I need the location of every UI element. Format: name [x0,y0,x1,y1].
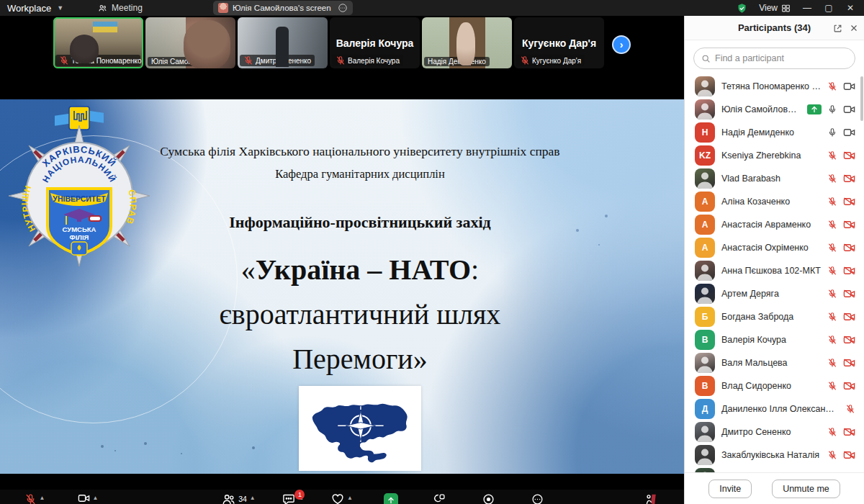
chat-button[interactable]: ▲1Chat [274,490,312,504]
invite-button[interactable]: Invite [708,480,752,498]
more-button[interactable]: More [519,490,557,504]
mic-on-icon [827,127,837,138]
camera-off-icon [843,266,855,276]
muted-mic-icon [520,55,530,66]
close-panel-icon[interactable] [850,24,858,32]
workplace-menu[interactable]: Workplace ▼ [0,3,63,14]
tile-name-label: Юлія Самойлова [148,57,212,66]
security-shield-icon[interactable] [737,3,747,14]
mic-muted-icon [827,335,837,345]
slide-event-type: Інформаційно-просвітницький захід [229,213,490,232]
maximize-button[interactable]: ▢ [824,3,834,13]
close-button[interactable]: ✕ [845,3,855,13]
titlebar: Workplace ▼ Meeting Юлія Самойлова's scr… [0,0,864,16]
tile-name-label: Надія Демиденко [424,57,490,66]
participant-row[interactable]: Валя Мальцева [685,351,864,374]
avatar [695,76,715,96]
react-button[interactable]: ▲React [323,490,361,504]
participant-name: Валя Мальцева [721,358,821,368]
participant-row[interactable]: Юлія Самойлова (Host) [685,98,864,121]
camera-off-icon [843,197,855,207]
participant-name: Закаблуківська Наталія [721,450,821,460]
tile-name-label: Дмитро Сененко [240,55,315,66]
camera-off-icon [843,450,855,460]
avatar: В [695,330,715,350]
share-button[interactable]: Share [372,490,410,504]
unmute-me-button[interactable]: Unmute me [772,480,840,498]
participant-row[interactable]: Закаблуківська Наталія [685,444,864,467]
participant-row[interactable]: Дмитро Сененко [685,420,864,444]
participant-row[interactable]: ААліна Козаченко [685,190,864,213]
camera-off-icon [843,289,855,299]
cam-on-icon [78,493,90,503]
video-tile[interactable]: Дмитро Сененко [238,17,328,68]
meeting-window: Workplace ▼ Meeting Юлія Самойлова's scr… [0,0,864,504]
next-videos-button[interactable]: › [612,35,631,54]
mic-muted-icon [827,243,837,253]
tab-options-icon[interactable] [338,3,348,13]
heart-icon [331,493,344,504]
record-button[interactable]: Record [470,490,508,504]
tile-name-label: Валерія Кочура [332,55,403,66]
tile-name-label: Тетяна Пономаренко [55,55,140,66]
video-tile[interactable]: Надія Демиденко [422,17,512,68]
chevron-up-icon[interactable]: ▲ [93,495,99,501]
avatar [695,468,715,472]
participant-row[interactable]: ННадія Демиденко [685,121,864,144]
participant-row[interactable]: KZKseniya Zherebkina [685,144,864,167]
participant-row[interactable]: ББогдана Заброда [685,305,864,328]
tab-meeting-label: Meeting [112,3,143,13]
muted-mic-icon [243,55,253,66]
avatar [695,445,715,465]
video-strip: Тетяна ПономаренкоЮлія СамойловаДмитро С… [0,16,684,72]
participant-row[interactable]: ДДаниленко Ілля Олександрович [685,397,864,420]
audio-button[interactable]: ▲Audio [16,490,53,504]
view-button[interactable]: View [759,3,791,13]
muted-mic-icon [59,55,69,66]
video-tile[interactable]: Юлія Самойлова [145,17,235,68]
participant-row[interactable]: Анна Пєшкова 102-МКТ [685,259,864,282]
participant-row[interactable]: Артем Деряга [685,282,864,305]
video-tile[interactable]: Тетяна Пономаренко [53,17,143,68]
app-title: Workplace [7,3,51,14]
decorative-speckles [101,445,104,448]
tab-meeting[interactable]: Meeting [98,3,143,13]
participant-row[interactable]: ААнастасія Авраменко [685,213,864,236]
camera-off-icon [843,150,855,161]
chevron-up-icon[interactable]: ▲ [347,495,353,501]
participant-name: Анастасія Охріменко [721,243,821,253]
minimize-button[interactable]: — [802,3,812,13]
svg-text:СУМСЬКА: СУМСЬКА [63,225,96,233]
leave-button[interactable]: Leave [632,490,670,504]
participant-name: Богдана Заброда [721,312,821,322]
avatar: А [695,192,715,212]
chevron-up-icon[interactable]: ▲ [40,495,45,501]
participant-name: Артем Деряга [721,289,821,299]
tab-shared-screen[interactable]: Юлія Самойлова's screen [213,1,353,15]
record-icon [482,493,495,504]
mic-muted-icon [827,312,837,322]
scrollbar[interactable] [860,76,863,121]
tab-shared-screen-label: Юлія Самойлова's screen [233,4,331,12]
video-tile[interactable]: Валерія КочураВалерія Кочура [330,17,420,68]
camera-off-icon [843,220,855,230]
participants-panel: Participants (34) Тетяна Пономаренко (Me… [684,16,864,504]
avatar: KZ [695,145,715,166]
participant-name: Надія Демиденко [721,127,821,138]
camera-off-icon [843,243,855,253]
participant-row[interactable]: Ірина Яременко [685,467,864,472]
participant-row[interactable]: Тетяна Пономаренко (Me) [685,75,864,98]
search-input[interactable] [715,53,847,63]
participant-row[interactable]: ААнастасія Охріменко [685,236,864,259]
popout-icon[interactable] [833,24,842,33]
avatar: А [695,215,715,235]
participant-row[interactable]: ВВалерія Кочура [685,328,864,351]
video-button[interactable]: ▲Video [69,490,107,504]
participant-row[interactable]: Vlad Barabash [685,167,864,190]
participant-row[interactable]: ВВлад Сидоренко [685,374,864,397]
chevron-up-icon[interactable]: ▲ [250,495,256,501]
apps-button[interactable]: Apps [421,490,459,504]
participants-button[interactable]: 34▲Participants [215,490,263,504]
share-icon [384,493,398,504]
video-tile[interactable]: Кугуєнко Дар'яКугуєнко Дар'я [514,17,604,68]
